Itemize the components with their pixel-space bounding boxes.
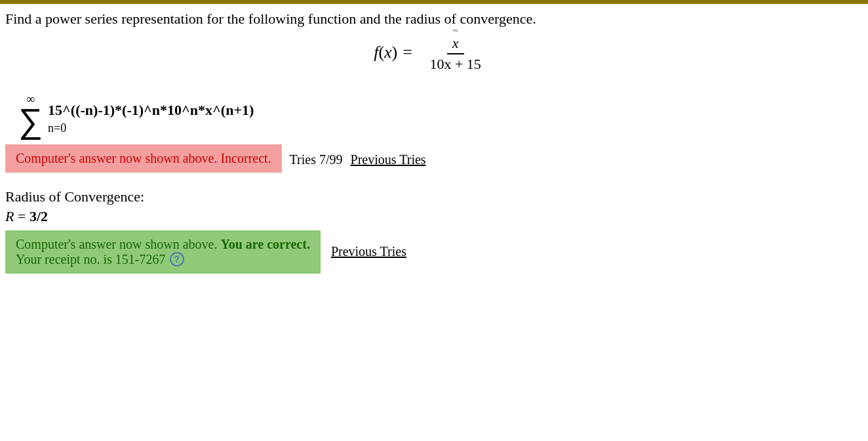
series-expression: 15^((-n)-1)*(-1)^n*10^n*x^(n+1) <box>48 102 254 124</box>
radius-value-display: R = 3/2 <box>5 208 858 225</box>
correct-text-1: Computer's answer now shown above. <box>16 237 217 251</box>
summation-section: ∞ ∑ 15^((-n)-1)*(-1)^n*10^n*x^(n+1) n=0 <box>18 93 858 138</box>
receipt-text: Your receipt no. is 151-7267 <box>16 252 166 267</box>
help-icon[interactable]: ? <box>170 252 184 266</box>
problem-text: Find a power series representation for t… <box>5 10 536 27</box>
previous-tries-link-1[interactable]: Previous Tries <box>351 152 426 167</box>
problem-statement: Find a power series representation for t… <box>5 9 858 30</box>
correct-text-bold: You are correct. <box>220 237 309 251</box>
correct-feedback-line1: Computer's answer now shown above. You a… <box>16 237 310 252</box>
incorrect-feedback-box: Computer's answer now shown above. Incor… <box>5 144 282 173</box>
receipt-row: Your receipt no. is 151-7267 ? <box>16 252 310 267</box>
fraction: x~ 10x + 15 <box>424 35 486 73</box>
sigma-symbol: ∑ <box>18 104 43 138</box>
numerator: x~ <box>447 35 464 54</box>
denominator: 10x + 15 <box>424 54 486 73</box>
main-content: Find a power series representation for t… <box>0 4 868 284</box>
previous-tries-link-2[interactable]: Previous Tries <box>331 244 406 259</box>
radius-section: Radius of Convergence: R = 3/2 <box>5 188 858 225</box>
sigma-bottom: n=0 <box>48 121 254 135</box>
correct-feedback-row: Computer's answer now shown above. You a… <box>5 230 858 274</box>
radius-variable: R <box>5 208 14 224</box>
correct-feedback-box: Computer's answer now shown above. You a… <box>5 230 321 274</box>
incorrect-feedback-row: Computer's answer now shown above. Incor… <box>5 144 858 175</box>
radius-label: Radius of Convergence: <box>5 188 858 205</box>
radius-equals-sign: = <box>18 208 30 224</box>
tries-count: Tries 7/99 <box>290 152 343 167</box>
sigma-block: ∞ ∑ <box>18 93 43 138</box>
summation-wrapper: ∞ ∑ 15^((-n)-1)*(-1)^n*10^n*x^(n+1) n=0 <box>18 93 858 138</box>
numerator-x: x~ <box>452 35 459 51</box>
equals: = <box>403 43 412 62</box>
function-label: f <box>374 43 378 62</box>
series-content: 15^((-n)-1)*(-1)^n*10^n*x^(n+1) n=0 <box>48 102 254 138</box>
function-display: f(x)= x~ 10x + 15 <box>5 35 858 73</box>
radius-number: 3/2 <box>30 208 48 224</box>
function-x: x <box>384 43 392 62</box>
